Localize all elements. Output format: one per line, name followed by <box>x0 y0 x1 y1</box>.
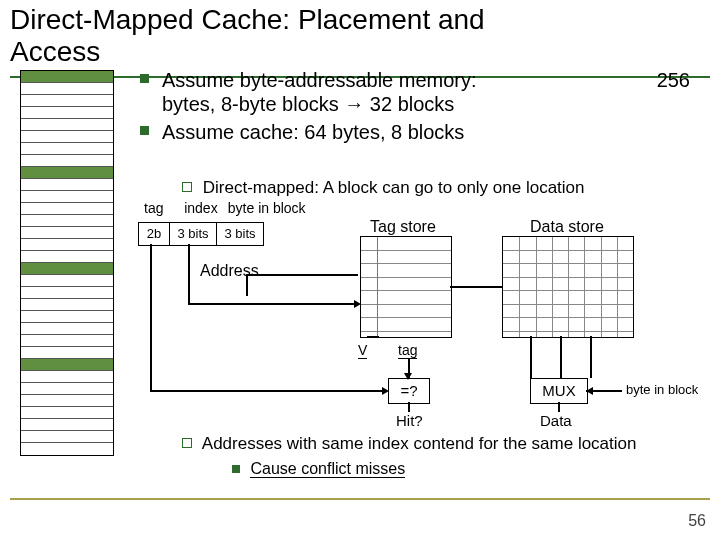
byte-in-block-side-label: byte in block <box>626 382 716 397</box>
addr-index-label: index <box>178 200 224 216</box>
wire <box>188 303 356 305</box>
wire <box>367 336 379 338</box>
data-store-col-divider <box>617 237 618 337</box>
memory-row <box>21 395 113 407</box>
bullet-1: Assume byte-addressable memory: 256 byte… <box>140 68 700 116</box>
tag-store-label: Tag store <box>370 218 436 236</box>
memory-row <box>21 191 113 203</box>
memory-row <box>21 239 113 251</box>
comparator-box: =? <box>388 378 430 404</box>
title-line1: Direct-Mapped Cache: Placement and <box>10 4 485 35</box>
memory-row <box>21 359 113 371</box>
memory-row <box>21 299 113 311</box>
data-store-col-divider <box>536 237 537 337</box>
bullet-list: Assume byte-addressable memory: 256 byte… <box>140 68 700 148</box>
bullet-1-text-a: Assume byte-addressable memory: <box>162 69 477 91</box>
data-store-col-divider <box>601 237 602 337</box>
tag-store-row <box>361 291 451 305</box>
addr-byte-label: byte in block <box>228 200 306 216</box>
bullet-icon <box>232 465 240 473</box>
data-store-col-divider <box>568 237 569 337</box>
memory-row <box>21 263 113 275</box>
wire <box>560 336 562 378</box>
data-store-label: Data store <box>530 218 604 236</box>
tag-store <box>360 236 452 338</box>
wire <box>408 402 410 412</box>
memory-row <box>21 107 113 119</box>
tag-store-row <box>361 278 451 292</box>
memory-row <box>21 383 113 395</box>
hit-label: Hit? <box>396 412 423 429</box>
sub-sub-bullet-text: Cause conflict misses <box>250 460 405 478</box>
arrow-icon <box>586 387 593 395</box>
addr-index-cell: 3 bits <box>170 223 217 245</box>
data-store-col-divider <box>552 237 553 337</box>
addr-tag-cell: 2b <box>139 223 170 245</box>
sub-bullet-2-text: Addresses with same index contend for th… <box>202 434 637 453</box>
tag-store-row <box>361 264 451 278</box>
bullet-1-text-c: bytes, 8-byte blocks → 32 blocks <box>162 93 454 115</box>
addr-byte-cell: 3 bits <box>217 223 263 245</box>
tag-store-row <box>361 318 451 332</box>
memory-row <box>21 95 113 107</box>
sub-bullet-2: Addresses with same index contend for th… <box>182 434 702 454</box>
bullet-2: Assume cache: 64 bytes, 8 blocks <box>140 120 700 144</box>
sub-bullet-icon <box>182 438 192 448</box>
memory-row <box>21 407 113 419</box>
memory-row <box>21 371 113 383</box>
sub-bullet-1-text: Direct-mapped: A block can go to only on… <box>203 178 585 197</box>
page-title: Direct-Mapped Cache: Placement and Acces… <box>10 4 485 68</box>
arrow-icon <box>382 387 389 395</box>
memory-row <box>21 71 113 83</box>
memory-row <box>21 131 113 143</box>
memory-row <box>21 419 113 431</box>
data-out-label: Data <box>540 412 572 429</box>
valid-bit-label: V <box>358 342 367 359</box>
bullet-icon <box>140 126 149 135</box>
memory-row <box>21 251 113 263</box>
memory-row <box>21 227 113 239</box>
arrow-icon <box>354 300 361 308</box>
tag-store-row <box>361 305 451 319</box>
address-fields-labels: tag index byte in block <box>144 200 306 216</box>
mux-box: MUX <box>530 378 588 404</box>
addr-tag-label: tag <box>144 200 174 216</box>
wire <box>558 402 560 412</box>
memory-row <box>21 167 113 179</box>
wire <box>150 390 384 392</box>
memory-row <box>21 203 113 215</box>
memory-row <box>21 179 113 191</box>
memory-row <box>21 311 113 323</box>
memory-row <box>21 215 113 227</box>
bullet-2-text: Assume cache: 64 bytes, 8 blocks <box>162 121 464 143</box>
wire <box>246 274 358 276</box>
memory-row <box>21 287 113 299</box>
memory-row <box>21 323 113 335</box>
wire <box>150 244 152 390</box>
memory-row <box>21 443 113 455</box>
page-number: 56 <box>688 512 706 530</box>
sub-bullet-icon <box>182 182 192 192</box>
wire <box>450 286 502 288</box>
memory-row <box>21 347 113 359</box>
wire <box>530 336 532 378</box>
memory-row <box>21 275 113 287</box>
sub-sub-bullet: Cause conflict misses <box>232 460 405 478</box>
tag-store-row <box>361 237 451 251</box>
wire <box>188 244 190 304</box>
bullet-1-value: 256 <box>657 68 700 92</box>
tag-store-row <box>361 251 451 265</box>
memory-row <box>21 431 113 443</box>
memory-block-stack <box>20 70 114 456</box>
arrow-icon <box>404 373 412 380</box>
wire <box>246 274 248 296</box>
data-store <box>502 236 634 338</box>
data-store-col-divider <box>584 237 585 337</box>
sub-bullet-1: Direct-mapped: A block can go to only on… <box>182 178 702 198</box>
memory-row <box>21 335 113 347</box>
tag-column-label: tag <box>398 342 417 359</box>
address-label: Address <box>200 262 259 280</box>
title-line2: Access <box>10 36 100 67</box>
bottom-rule <box>10 498 710 500</box>
memory-row <box>21 155 113 167</box>
